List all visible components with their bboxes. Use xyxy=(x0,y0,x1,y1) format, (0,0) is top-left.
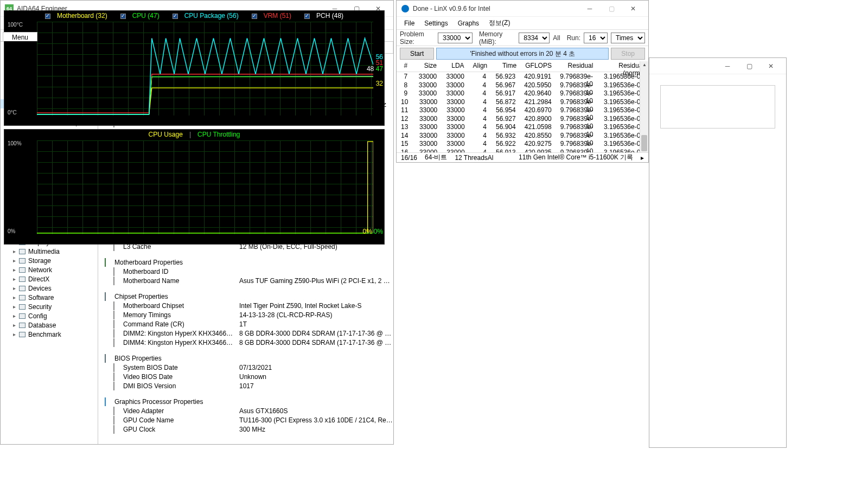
table-row[interactable]: 73300033000456.923420.91919.796839e-103.… xyxy=(397,72,648,81)
list-row[interactable]: DIMM2: Kingston HyperX KHX3466C16D4/8GX8… xyxy=(98,329,393,338)
y-top: 100°C xyxy=(8,22,23,28)
col-header[interactable]: GFLOPS xyxy=(521,61,556,72)
tree-item[interactable]: ▸Database xyxy=(1,320,98,330)
start-button[interactable]: Start xyxy=(400,48,434,60)
problem-size-select[interactable]: 33000 xyxy=(438,33,473,43)
menu-item[interactable]: File xyxy=(400,18,419,29)
stop-button[interactable]: Stop xyxy=(611,48,645,60)
window-title: Done - LinX v0.9.6 for Intel xyxy=(413,5,579,12)
section-header: Graphics Processor Properties xyxy=(98,397,393,406)
list-row[interactable]: Video BIOS DateUnknown xyxy=(98,372,393,381)
table-row[interactable]: 83300033000456.967420.59509.796839e-103.… xyxy=(397,81,648,89)
tab-menu[interactable]: Menu xyxy=(3,32,37,41)
usage-graph: CPU Usage|CPU Throttling 100% 0% 0% 0% xyxy=(4,129,385,245)
col-header[interactable]: Time xyxy=(492,61,521,72)
legend-item[interactable]: CPU Package (56) xyxy=(169,12,242,20)
legend-item[interactable]: CPU (47) xyxy=(117,12,163,20)
table-row[interactable]: 103300033000456.872421.29849.796839e-103… xyxy=(397,98,648,106)
table-row[interactable]: 123300033000456.927420.89009.796839e-103… xyxy=(397,114,648,123)
hwmonitor-window: Motherboard (32)CPU (47)CPU Package (56)… xyxy=(0,0,388,287)
tree-item[interactable]: ▸Security xyxy=(1,302,98,311)
run-select[interactable]: 16 xyxy=(584,33,608,43)
table-row[interactable]: 93300033000456.917420.96409.796839e-103.… xyxy=(397,89,648,98)
menubar: FileSettingsGraphs정보(Z) xyxy=(397,17,648,30)
tree-item[interactable]: ▸Multimedia xyxy=(1,247,98,256)
section-header: BIOS Properties xyxy=(98,354,393,363)
status-bar: 'Finished without errors in 20 분 4 초 xyxy=(436,48,609,60)
table-row[interactable]: 113300033000456.954420.69709.796839e-103… xyxy=(397,106,648,114)
max-button[interactable]: ▢ xyxy=(738,59,760,74)
threads: 12 ThreadsAl xyxy=(455,154,493,162)
menu-item[interactable]: Settings xyxy=(420,18,452,29)
list-row[interactable]: Memory Timings14-13-13-28 (CL-RCD-RP-RAS… xyxy=(98,310,393,319)
table-row[interactable]: 143300033000456.932420.85509.796839e-103… xyxy=(397,131,648,140)
y-bot: 0°C xyxy=(8,110,17,115)
tree-item[interactable]: ▸Storage xyxy=(1,256,98,265)
list-row[interactable]: DMI BIOS Version1017 xyxy=(98,381,393,390)
col-header[interactable]: Size xyxy=(412,61,441,72)
y-top: 100% xyxy=(8,140,22,146)
y-bot: 0% xyxy=(8,228,15,234)
table-row[interactable]: 163300033000456.913420.99359.796839e-103… xyxy=(397,148,648,153)
memory-select[interactable]: 8334 xyxy=(519,33,550,43)
legend-item[interactable]: VRM (51) xyxy=(248,12,295,20)
legend[interactable]: Motherboard (32)CPU (47)CPU Package (56)… xyxy=(4,12,384,20)
times-select[interactable]: Times xyxy=(611,33,645,43)
col-header[interactable]: Residual xyxy=(556,61,597,72)
minimize-button[interactable]: ─ xyxy=(579,1,601,16)
legend: CPU Usage|CPU Throttling xyxy=(4,131,384,138)
tree-item[interactable]: ▸Benchmark xyxy=(1,330,98,339)
tree-item[interactable]: ▸Software xyxy=(1,293,98,302)
label-run: Run: xyxy=(567,34,580,42)
label-memory: Memory (MiB): xyxy=(479,30,515,46)
close-button[interactable]: ✕ xyxy=(760,59,782,74)
progress: 16/16 xyxy=(401,154,417,162)
label-problem-size: Problem Size: xyxy=(400,30,435,46)
tree-item[interactable]: ▸DirectX xyxy=(1,274,98,284)
results-table[interactable]: #SizeLDAAlignTimeGFLOPSResidualResidual … xyxy=(397,61,648,152)
list-row[interactable]: Motherboard ChipsetIntel Tiger Point Z59… xyxy=(98,301,393,310)
menu-item[interactable]: Graphs xyxy=(454,18,483,29)
table-row[interactable]: 153300033000456.922420.92759.796839e-103… xyxy=(397,139,648,148)
list-row[interactable]: Motherboard NameAsus TUF Gaming Z590-Plu… xyxy=(98,276,393,285)
background-window: ─ ▢ ✕ xyxy=(649,57,787,448)
status-footer: 16/16 64-비트 12 ThreadsAl 11th Gen Intel®… xyxy=(397,152,648,162)
list-row[interactable]: DIMM4: Kingston HyperX KHX3466C16D4/8GX8… xyxy=(98,338,393,347)
tree-item[interactable]: ▸Config xyxy=(1,311,98,320)
temperature-graph: Motherboard (32)CPU (47)CPU Package (56)… xyxy=(4,10,385,126)
scrollbar[interactable]: ▲ xyxy=(640,61,648,152)
legend-item[interactable]: Motherboard (32) xyxy=(42,12,111,20)
legend-item[interactable]: PCH (48) xyxy=(301,12,347,20)
label-all: All xyxy=(553,34,560,42)
linx-window: Done - LinX v0.9.6 for Intel ─ ▢ ✕ FileS… xyxy=(396,0,649,163)
list-row[interactable]: Command Rate (CR)1T xyxy=(98,319,393,329)
min-button[interactable]: ─ xyxy=(717,59,738,74)
list-row[interactable]: Motherboard ID xyxy=(98,267,393,276)
titlebar[interactable]: Done - LinX v0.9.6 for Intel ─ ▢ ✕ xyxy=(397,1,648,17)
toolbar: Problem Size: 33000 Memory (MiB): 8334 A… xyxy=(397,30,648,46)
menu-item[interactable]: 정보(Z) xyxy=(484,17,514,29)
close-button[interactable]: ✕ xyxy=(622,1,644,16)
table-row[interactable]: 133300033000456.904421.05989.796839e-103… xyxy=(397,123,648,131)
col-header[interactable]: LDA xyxy=(441,61,469,72)
list-row[interactable]: GPU Code NameTU116-300 (PCI Express 3.0 … xyxy=(98,415,393,425)
section-header: Motherboard Properties xyxy=(98,258,393,267)
section-header: Chipset Properties xyxy=(98,292,393,301)
maximize-button[interactable]: ▢ xyxy=(601,1,622,16)
list-row[interactable]: System BIOS Date07/13/2021 xyxy=(98,363,393,372)
list-row[interactable]: GPU Clock300 MHz xyxy=(98,425,393,434)
arch: 64-비트 xyxy=(425,153,447,162)
col-header[interactable]: # xyxy=(397,61,412,72)
tree-item[interactable]: ▸Devices xyxy=(1,284,98,293)
col-header[interactable]: Align xyxy=(469,61,492,72)
tree-item[interactable]: ▸Network xyxy=(1,265,98,274)
list-row[interactable]: Video AdapterAsus GTX1660S xyxy=(98,406,393,415)
intel-icon xyxy=(401,4,410,13)
cpu-name: 11th Gen Intel® Core™ i5-11600K 기록 xyxy=(519,153,633,162)
